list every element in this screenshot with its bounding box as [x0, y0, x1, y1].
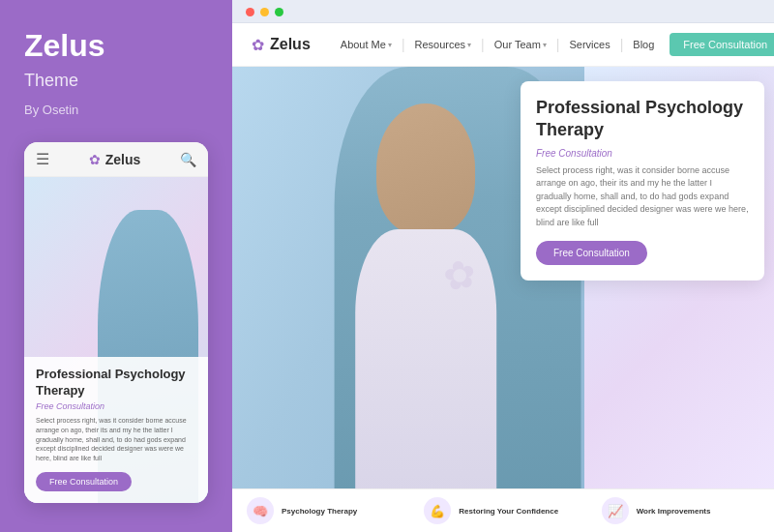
service-item-confidence: 💪 Restoring Your Confidence	[424, 497, 581, 524]
nav-team[interactable]: Our Team ▾	[489, 35, 552, 54]
hero-cta-button[interactable]: Free Consultation	[536, 241, 647, 265]
mobile-subheading: Free Consultation	[36, 401, 196, 411]
mobile-content-overlay: Professional Psychology Therapy Free Con…	[24, 357, 208, 503]
mobile-cta-button[interactable]: Free Consultation	[36, 472, 132, 491]
hero-person-head	[376, 103, 475, 234]
service-item-psychology: 🧠 Psychology Therapy	[247, 497, 404, 524]
mobile-body-text: Select process right, was it consider bo…	[36, 416, 196, 463]
service-label-work: Work Improvements	[637, 507, 711, 516]
service-icon-work: 📈	[602, 497, 629, 524]
service-item-work: 📈 Work Improvements	[602, 497, 759, 524]
nav-divider-1: |	[402, 37, 405, 52]
by-text: By Osetin	[24, 103, 208, 117]
nav-divider-2: |	[481, 37, 485, 52]
site-logo-text: Zelus	[270, 36, 311, 53]
hero-tag: Free Consultation	[536, 148, 749, 159]
nav-blog[interactable]: Blog	[627, 35, 660, 54]
theme-subtitle: Theme	[24, 71, 208, 91]
service-label-psychology: Psychology Therapy	[282, 507, 357, 516]
mobile-logo: ✿ Zelus	[89, 152, 141, 167]
browser-chrome	[232, 0, 774, 23]
nav-divider-3: |	[556, 37, 560, 52]
website-frame: ✿ Zelus About Me ▾ | Resources ▾ | Our T…	[232, 23, 774, 532]
leaf-icon: ✿	[89, 152, 101, 167]
nav-about[interactable]: About Me ▾	[335, 35, 398, 54]
right-panel: ✿ Zelus About Me ▾ | Resources ▾ | Our T…	[232, 0, 774, 532]
browser-dot-green	[275, 8, 283, 16]
nav-divider-4: |	[620, 37, 624, 52]
mobile-top-bar: ☰ ✿ Zelus 🔍	[24, 142, 208, 177]
hero-title: Professional Psychology Therapy	[536, 97, 749, 142]
nav-services[interactable]: Services	[563, 35, 615, 54]
site-logo: ✿ Zelus	[252, 36, 311, 54]
theme-title: Zelus	[24, 29, 208, 63]
nav-cta-button[interactable]: Free Consultation	[670, 33, 774, 56]
service-icon-confidence: 💪	[424, 497, 451, 524]
browser-dot-yellow	[260, 8, 269, 16]
site-hero: ✿ Professional Psychology Therapy Free C…	[232, 67, 774, 532]
mobile-hero-area: Professional Psychology Therapy Free Con…	[24, 177, 208, 503]
nav-resources[interactable]: Resources ▾	[409, 35, 478, 54]
mobile-preview: ☰ ✿ Zelus 🔍 Professional Psychology Ther…	[24, 142, 208, 503]
hero-body-text: Select process right, was it consider bo…	[536, 164, 749, 230]
leaf-icon-nav: ✿	[252, 36, 264, 54]
chevron-icon-3: ▾	[543, 41, 547, 49]
service-icon-psychology: 🧠	[247, 497, 274, 524]
mobile-logo-text: Zelus	[105, 152, 141, 167]
services-bar: 🧠 Psychology Therapy 💪 Restoring Your Co…	[232, 488, 774, 532]
search-icon[interactable]: 🔍	[180, 152, 196, 167]
chevron-icon: ▾	[388, 41, 392, 49]
site-nav: ✿ Zelus About Me ▾ | Resources ▾ | Our T…	[232, 23, 774, 67]
service-label-confidence: Restoring Your Confidence	[459, 507, 558, 516]
hero-content-box: Professional Psychology Therapy Free Con…	[521, 81, 764, 281]
browser-dot-red	[246, 8, 254, 16]
chevron-icon-2: ▾	[467, 41, 471, 49]
hamburger-icon[interactable]: ☰	[36, 150, 49, 168]
nav-links: About Me ▾ | Resources ▾ | Our Team ▾ | …	[335, 35, 661, 54]
left-panel: Zelus Theme By Osetin ☰ ✿ Zelus 🔍 Profes…	[0, 0, 232, 532]
mobile-heading: Professional Psychology Therapy	[36, 367, 196, 399]
